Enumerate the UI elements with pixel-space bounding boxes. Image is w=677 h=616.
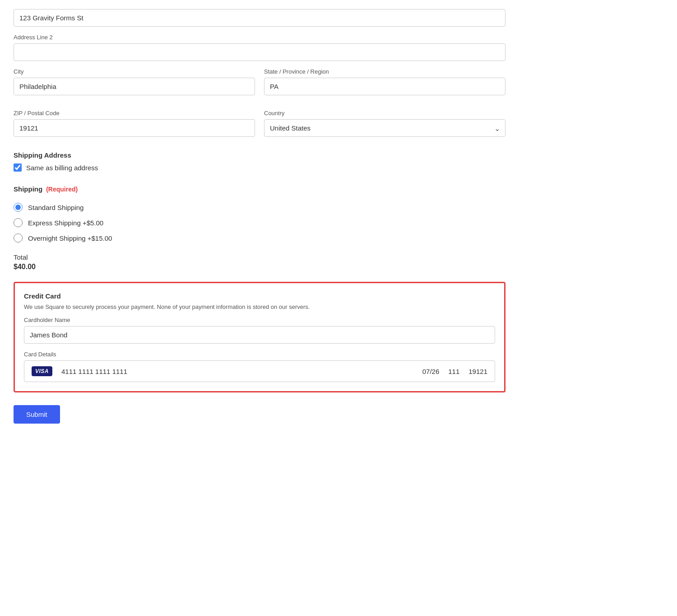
same-as-billing-row: Same as billing address [14,163,505,172]
standard-shipping-label[interactable]: Standard Shipping [28,204,83,211]
zip-input[interactable] [14,119,255,137]
overnight-shipping-radio[interactable] [14,233,23,243]
same-as-billing-label[interactable]: Same as billing address [26,164,98,172]
card-expiry: 07/26 [422,368,440,375]
express-shipping-label[interactable]: Express Shipping +$5.00 [28,219,103,227]
card-details-label: Card Details [24,351,495,358]
country-select[interactable]: United States Canada United Kingdom Aust… [264,119,505,137]
state-group: State / Province / Region [264,68,505,95]
shipping-option-standard: Standard Shipping [14,203,505,212]
standard-shipping-radio[interactable] [14,203,23,212]
city-label: City [14,68,255,75]
country-group: Country United States Canada United King… [264,110,505,137]
total-label: Total [14,253,505,261]
cardholder-name-label: Cardholder Name [24,317,495,323]
shipping-option-overnight: Overnight Shipping +$15.00 [14,233,505,243]
shipping-required-badge: (Required) [46,186,78,193]
zip-label: ZIP / Postal Code [14,110,255,117]
address-line2-input[interactable] [14,43,505,61]
card-zip: 19121 [468,368,487,375]
visa-badge: VISA [32,366,52,376]
card-number: 4111 1111 1111 1111 [61,368,413,375]
card-details-box: VISA 4111 1111 1111 1111 07/26 111 19121 [24,360,495,382]
total-amount: $40.00 [14,263,505,271]
shipping-address-section: Shipping Address Same as billing address [14,151,505,172]
city-group: City [14,68,255,95]
state-input[interactable] [264,78,505,95]
country-select-wrapper: United States Canada United Kingdom Aust… [264,119,505,137]
shipping-option-express: Express Shipping +$5.00 [14,218,505,227]
address-line2-group: Address Line 2 [14,34,505,61]
card-details-group: Card Details VISA 4111 1111 1111 1111 07… [24,351,495,382]
shipping-options-group: Standard Shipping Express Shipping +$5.0… [14,203,505,243]
cardholder-name-group: Cardholder Name [24,317,495,344]
total-section: Total $40.00 [14,253,505,271]
credit-card-section: Credit Card We use Square to securely pr… [14,282,505,392]
address-line1-input[interactable] [14,9,505,27]
card-cvv: 111 [448,368,459,375]
zip-group: ZIP / Postal Code [14,110,255,137]
state-label: State / Province / Region [264,68,505,75]
credit-card-title: Credit Card [24,292,495,300]
same-as-billing-checkbox[interactable] [14,163,22,172]
address-line2-label: Address Line 2 [14,34,505,41]
country-label: Country [264,110,505,117]
overnight-shipping-label[interactable]: Overnight Shipping +$15.00 [28,234,112,242]
zip-country-row: ZIP / Postal Code Country United States … [14,110,505,144]
city-input[interactable] [14,78,255,95]
submit-button[interactable]: Submit [14,405,60,424]
city-state-row: City State / Province / Region [14,68,505,103]
shipping-section: Shipping (Required) Standard Shipping Ex… [14,181,505,243]
cardholder-name-input[interactable] [24,326,495,344]
shipping-title: Shipping [14,185,42,193]
credit-card-description: We use Square to securely process your p… [24,303,495,310]
express-shipping-radio[interactable] [14,218,23,227]
shipping-address-title: Shipping Address [14,151,505,159]
